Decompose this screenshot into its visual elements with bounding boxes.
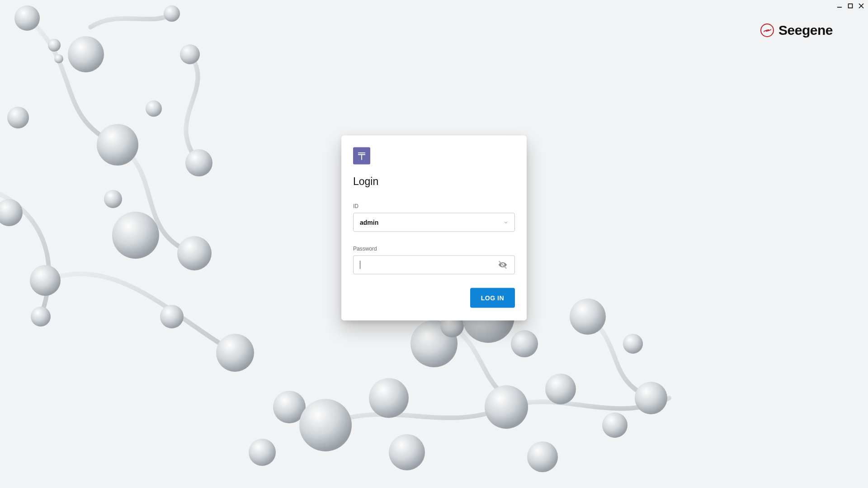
svg-point-11 [185, 149, 212, 176]
window-minimize-button[interactable] [835, 2, 844, 10]
svg-point-5 [177, 236, 212, 270]
password-label: Password [353, 245, 515, 251]
login-actions: LOG IN [353, 288, 515, 308]
svg-point-4 [97, 124, 138, 166]
window-controls [835, 2, 865, 10]
password-input-wrap [353, 255, 515, 274]
svg-point-13 [164, 5, 180, 22]
svg-point-7 [31, 307, 51, 327]
svg-point-19 [299, 399, 352, 451]
svg-point-6 [30, 265, 61, 296]
login-card: Login ID admin Password LOG IN [341, 135, 527, 320]
id-select[interactable]: admin [353, 213, 515, 232]
svg-point-8 [112, 212, 159, 259]
id-select-value: admin [360, 218, 504, 226]
svg-point-12 [180, 44, 200, 64]
svg-point-15 [0, 199, 23, 226]
password-input[interactable] [361, 256, 497, 274]
window-maximize-button[interactable] [846, 2, 854, 10]
text-cursor [360, 261, 360, 269]
toggle-password-visibility-button[interactable] [497, 259, 508, 270]
login-title: Login [353, 175, 515, 187]
svg-point-26 [545, 374, 576, 404]
id-field: ID admin [353, 203, 515, 232]
svg-point-3 [54, 54, 63, 63]
svg-point-25 [511, 330, 538, 357]
svg-point-10 [216, 334, 254, 372]
seegene-mark-icon [760, 24, 774, 37]
svg-point-28 [602, 412, 627, 438]
svg-point-33 [527, 441, 558, 472]
svg-point-2 [48, 39, 61, 52]
svg-rect-35 [849, 4, 853, 8]
svg-point-32 [389, 434, 425, 470]
svg-point-18 [273, 391, 306, 423]
svg-point-17 [146, 100, 162, 117]
svg-point-14 [7, 107, 29, 128]
login-button[interactable]: LOG IN [470, 288, 515, 308]
id-label: ID [353, 203, 515, 209]
brand-name: Seegene [778, 23, 833, 38]
svg-point-21 [410, 320, 458, 367]
svg-point-23 [485, 385, 528, 429]
window-close-button[interactable] [857, 2, 865, 10]
password-field: Password [353, 245, 515, 274]
svg-point-31 [249, 439, 276, 466]
chevron-down-icon [504, 218, 508, 226]
svg-point-0 [14, 5, 40, 31]
brand-logo: Seegene [760, 23, 833, 38]
svg-point-9 [160, 305, 184, 328]
svg-point-27 [570, 298, 606, 335]
svg-point-20 [369, 378, 409, 418]
app-badge-icon [353, 147, 370, 164]
svg-point-1 [68, 36, 104, 72]
svg-point-30 [623, 334, 643, 354]
svg-point-16 [104, 190, 122, 208]
svg-point-29 [635, 382, 667, 414]
